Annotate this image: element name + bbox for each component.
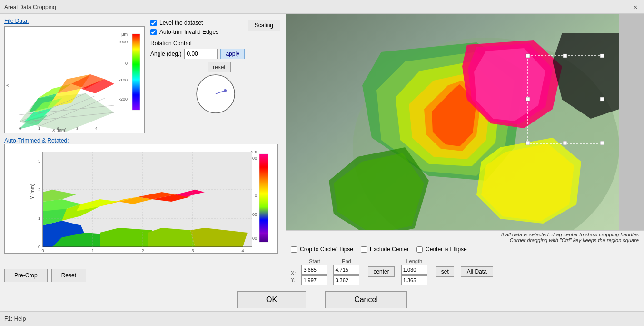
cancel-button[interactable]: Cancel	[325, 291, 407, 308]
set-button[interactable]: set	[436, 266, 454, 277]
svg-text:3: 3	[191, 248, 194, 253]
svg-text:0: 0	[38, 244, 40, 249]
center-ellipse-row: Center is Ellipse	[416, 246, 467, 253]
end-header: End	[342, 258, 351, 264]
level-dataset-label: Level the dataset	[159, 20, 203, 26]
rotation-label: Rotation Control	[150, 40, 280, 47]
auto-trim-section: Auto-Trimmed & Rotated:	[4, 137, 282, 263]
svg-rect-95	[563, 54, 567, 58]
rotation-circle-container	[150, 72, 280, 115]
svg-rect-94	[600, 141, 604, 145]
right-panel: If all data is selected, drag center to …	[286, 14, 644, 288]
close-button[interactable]: ×	[631, 3, 640, 11]
svg-rect-96	[563, 141, 567, 145]
rotation-circle-svg[interactable]	[194, 72, 237, 115]
auto-trim-chart: μm 1000 0 -1000 -2000	[4, 144, 278, 254]
pre-crop-button[interactable]: Pre-Crop	[4, 269, 48, 282]
rotation-section: Rotation Control Angle (deg.) apply rese…	[150, 40, 280, 115]
svg-rect-97	[526, 97, 530, 101]
main-chart-svg	[286, 14, 644, 230]
crop-circle-label: Crop to Circle/Ellipse	[300, 246, 353, 253]
help-text: F1: Help	[4, 316, 26, 322]
main-window: Areal Data Cropping × File Data:	[0, 0, 644, 326]
x-start-input[interactable]	[301, 265, 327, 275]
svg-text:1: 1	[38, 126, 40, 131]
svg-text:4: 4	[241, 248, 244, 253]
svg-text:1: 1	[38, 216, 40, 221]
angle-input[interactable]	[184, 49, 218, 59]
file-data-label: File Data:	[4, 18, 145, 24]
left-panel: File Data:	[0, 14, 286, 288]
svg-text:0: 0	[19, 126, 21, 131]
reset-button[interactable]: Reset	[51, 269, 86, 282]
ok-button[interactable]: OK	[237, 291, 306, 308]
top-left-section: File Data:	[4, 18, 282, 133]
x-axis-label: X:	[291, 270, 296, 276]
ok-cancel-row: OK Cancel	[0, 288, 644, 311]
svg-text:X (mm): X (mm)	[52, 128, 67, 132]
svg-text:Y: Y	[5, 84, 10, 87]
svg-text:-200: -200	[119, 97, 128, 102]
main-chart-area[interactable]	[286, 14, 644, 230]
svg-text:0: 0	[125, 61, 128, 66]
level-dataset-checkbox[interactable]	[150, 20, 157, 26]
auto-trim-checkbox[interactable]	[150, 29, 157, 35]
x-end-input[interactable]	[333, 265, 359, 275]
crop-circle-row: Crop to Circle/Ellipse	[291, 246, 353, 253]
svg-text:μm: μm	[121, 32, 128, 37]
bottom-checkboxes-row: Crop to Circle/Ellipse Exclude Center Ce…	[286, 243, 644, 256]
reset-rotation-button[interactable]: reset	[208, 62, 231, 72]
scaling-button[interactable]: Scaling	[248, 20, 280, 31]
main-content: File Data:	[0, 14, 644, 288]
center-button[interactable]: center	[368, 266, 394, 277]
center-ellipse-label: Center is Ellipse	[426, 246, 467, 253]
svg-rect-1	[132, 34, 140, 110]
hint-line2: Corner dragging with "Ctrl" key keeps th…	[291, 237, 639, 243]
all-data-button[interactable]: All Data	[461, 266, 493, 277]
auto-trim-svg: μm 1000 0 -1000 -2000	[5, 144, 278, 254]
y-length-input[interactable]	[401, 275, 427, 285]
level-dataset-row: Level the dataset	[150, 20, 218, 26]
exclude-center-checkbox[interactable]	[361, 246, 367, 253]
svg-marker-52	[148, 228, 195, 247]
svg-text:1000: 1000	[118, 40, 128, 44]
svg-text:2: 2	[57, 126, 59, 131]
center-ellipse-checkbox[interactable]	[416, 246, 423, 253]
coords-row: X: Y: Start End	[286, 256, 644, 288]
auto-trim-row: Auto-trim Invalid Edges	[150, 29, 218, 35]
y-start-input[interactable]	[301, 275, 327, 285]
svg-text:3: 3	[38, 159, 40, 163]
window-title: Areal Data Cropping	[4, 4, 56, 10]
exclude-center-row: Exclude Center	[361, 246, 409, 253]
svg-point-31	[224, 89, 227, 92]
x-length-input[interactable]	[401, 265, 427, 275]
svg-rect-91	[526, 54, 530, 58]
hint-container: If all data is selected, drag center to …	[286, 231, 644, 243]
svg-text:4: 4	[95, 126, 98, 131]
titlebar: Areal Data Cropping ×	[0, 0, 644, 14]
svg-text:0: 0	[41, 248, 44, 253]
crop-circle-checkbox[interactable]	[291, 246, 297, 253]
svg-text:2: 2	[141, 248, 144, 253]
length-header: Length	[406, 258, 422, 264]
auto-trim-label: Auto-trim Invalid Edges	[159, 29, 218, 35]
angle-label: Angle (deg.)	[150, 51, 181, 57]
checkboxes-col: Level the dataset Auto-trim Invalid Edge…	[150, 20, 218, 36]
start-header: Start	[309, 258, 320, 264]
angle-row: Angle (deg.) apply	[150, 49, 280, 59]
y-end-input[interactable]	[333, 275, 359, 285]
exclude-center-label: Exclude Center	[370, 246, 409, 253]
file-data-svg: μm 1000 0 -100 -200	[5, 27, 145, 133]
apply-button[interactable]: apply	[220, 49, 245, 59]
auto-trim-section-label: Auto-Trimmed & Rotated:	[4, 137, 69, 144]
y-axis-label: Y:	[291, 277, 296, 283]
hint-line1: If all data is selected, drag center to …	[291, 232, 639, 237]
bottom-section: If all data is selected, drag center to …	[286, 230, 644, 288]
file-data-section: File Data:	[4, 18, 145, 133]
footer-bar: F1: Help	[0, 311, 644, 326]
top-controls-row: Level the dataset Auto-trim Invalid Edge…	[150, 20, 280, 36]
svg-rect-93	[526, 141, 530, 145]
svg-text:2: 2	[38, 187, 40, 192]
svg-rect-33	[259, 154, 268, 242]
svg-text:0: 0	[255, 193, 257, 198]
